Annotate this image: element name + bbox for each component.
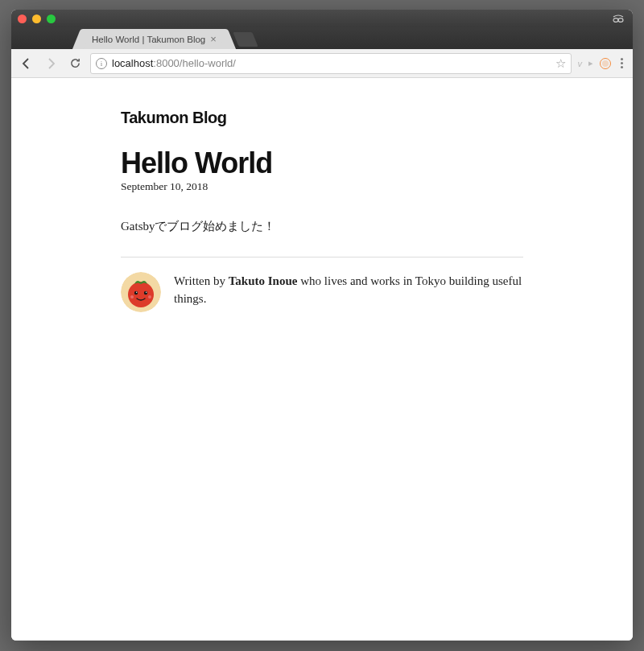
reload-button[interactable] (66, 55, 84, 72)
window-controls (18, 14, 56, 23)
svg-point-1 (618, 19, 623, 23)
close-window-button[interactable] (18, 14, 27, 23)
incognito-icon (612, 12, 625, 26)
back-button[interactable] (18, 55, 35, 72)
maximize-window-button[interactable] (47, 14, 56, 23)
svg-point-10 (148, 295, 151, 299)
bio-author: Takuto Inoue (229, 274, 298, 287)
url-port: :8000 (153, 57, 180, 69)
browser-menu-button[interactable] (617, 58, 626, 68)
svg-point-5 (134, 291, 138, 295)
svg-point-0 (613, 19, 618, 23)
tab-strip: Hello World | Takumon Blog × (11, 27, 633, 49)
avatar (121, 272, 161, 312)
divider (121, 257, 523, 258)
browser-window: Hello World | Takumon Blog × i localhost… (11, 10, 633, 641)
tab-close-icon[interactable]: × (210, 33, 217, 45)
post-date: September 10, 2018 (121, 180, 523, 193)
svg-point-9 (130, 295, 134, 299)
bio-text: Written by Takuto Inoue who lives and wo… (174, 272, 523, 308)
extension-v-icon[interactable]: v (578, 59, 583, 68)
forward-button[interactable] (42, 55, 60, 72)
blog-article: Takumon Blog Hello World September 10, 2… (113, 78, 531, 343)
browser-tab[interactable]: Hello World | Takumon Blog × (84, 29, 225, 49)
site-info-icon[interactable]: i (96, 58, 107, 69)
extension-circle-icon[interactable] (600, 58, 611, 69)
url-path: /hello-world/ (180, 57, 236, 69)
bookmark-star-icon[interactable]: ☆ (555, 56, 566, 71)
post-title: Hello World (121, 148, 523, 179)
site-title[interactable]: Takumon Blog (121, 109, 523, 127)
svg-point-7 (136, 291, 137, 292)
extension-arrow-icon[interactable]: ▸ (588, 58, 593, 68)
url-host: localhost (112, 57, 153, 69)
new-tab-button[interactable] (233, 32, 258, 47)
svg-point-8 (146, 291, 147, 292)
author-bio: Written by Takuto Inoue who lives and wo… (121, 272, 523, 312)
address-bar[interactable]: i localhost:8000/hello-world/ ☆ (90, 53, 572, 74)
svg-point-6 (144, 291, 147, 295)
window-titlebar (11, 10, 633, 27)
tab-title: Hello World | Takumon Blog (92, 35, 205, 44)
browser-toolbar: i localhost:8000/hello-world/ ☆ v ▸ (11, 49, 633, 78)
extension-icons: v ▸ (578, 58, 612, 69)
minimize-window-button[interactable] (32, 14, 41, 23)
page-viewport[interactable]: Takumon Blog Hello World September 10, 2… (11, 78, 633, 641)
bio-prefix: Written by (174, 274, 229, 287)
post-body: Gatsbyでブログ始めました！ (121, 219, 523, 234)
svg-point-4 (128, 282, 154, 307)
